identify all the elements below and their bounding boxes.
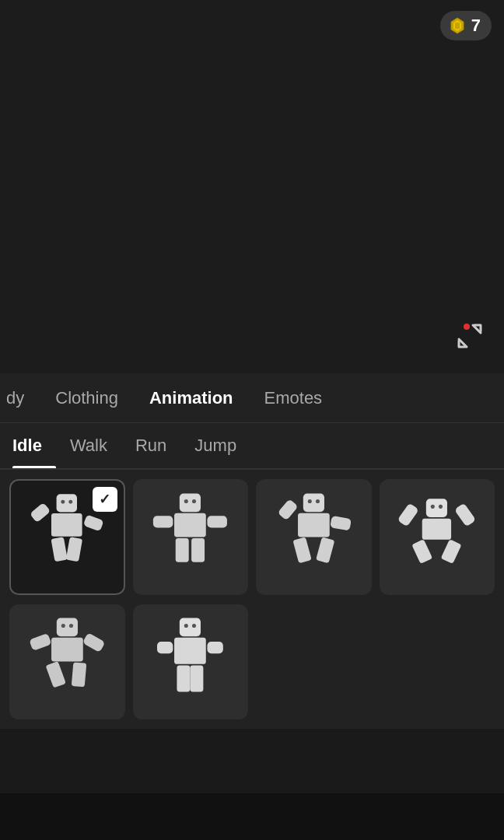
animation-item-6[interactable] (133, 604, 249, 720)
svg-rect-9 (30, 502, 51, 523)
svg-point-47 (192, 624, 196, 628)
svg-rect-42 (82, 632, 106, 653)
svg-point-22 (308, 499, 312, 503)
svg-point-23 (316, 499, 320, 503)
svg-rect-35 (412, 539, 433, 564)
svg-rect-51 (177, 666, 191, 692)
svg-point-39 (69, 624, 73, 628)
svg-rect-40 (51, 638, 83, 662)
animation-figure-2 (144, 491, 236, 583)
animation-figure-5 (21, 615, 114, 708)
svg-rect-19 (176, 538, 189, 562)
svg-rect-29 (426, 499, 447, 517)
svg-point-6 (61, 500, 65, 504)
svg-point-15 (192, 499, 196, 503)
svg-rect-33 (397, 502, 419, 527)
svg-rect-34 (454, 502, 476, 527)
svg-rect-26 (330, 516, 352, 530)
animation-item-2[interactable] (133, 479, 249, 595)
svg-rect-5 (57, 495, 77, 513)
svg-rect-32 (422, 518, 451, 539)
category-tab-animation[interactable]: Animation (134, 373, 249, 422)
animation-figure-6 (144, 615, 236, 708)
svg-rect-50 (208, 642, 223, 653)
animations-grid-row1: ✓ (0, 470, 504, 604)
svg-rect-28 (316, 537, 334, 563)
svg-rect-24 (298, 513, 330, 537)
svg-rect-45 (180, 618, 201, 637)
category-tab-clothing[interactable]: Clothing (40, 373, 134, 422)
svg-rect-37 (57, 618, 78, 637)
animation-figure-4 (390, 491, 483, 583)
anim-tab-run[interactable]: Run (121, 423, 180, 468)
svg-rect-44 (72, 663, 87, 688)
svg-rect-27 (292, 537, 311, 563)
svg-rect-18 (208, 516, 227, 527)
robux-count: 7 (471, 16, 481, 36)
svg-rect-52 (191, 666, 204, 692)
svg-rect-25 (277, 499, 298, 520)
svg-point-38 (61, 624, 65, 628)
collapse-icon (454, 320, 485, 352)
svg-point-14 (184, 499, 188, 503)
category-tabs-bar: dy Clothing Animation Emotes (0, 373, 504, 423)
svg-rect-21 (303, 493, 324, 512)
animation-item-1[interactable]: ✓ (9, 479, 125, 595)
svg-point-31 (439, 505, 443, 509)
robux-icon (448, 16, 467, 35)
svg-rect-20 (191, 538, 205, 562)
svg-rect-13 (180, 493, 201, 512)
anim-tab-jump[interactable]: Jump (180, 423, 250, 468)
svg-rect-16 (174, 513, 206, 537)
bottom-bar (0, 793, 504, 840)
animations-grid-row2 (0, 604, 504, 730)
anim-tab-walk[interactable]: Walk (56, 423, 121, 468)
animation-item-3[interactable] (256, 479, 372, 595)
animation-subtabs-bar: Idle Walk Run Jump (0, 423, 504, 470)
svg-rect-36 (441, 539, 462, 564)
svg-rect-48 (174, 638, 206, 664)
svg-rect-10 (83, 515, 104, 532)
svg-rect-49 (157, 642, 173, 653)
svg-rect-12 (66, 537, 82, 562)
anim-tab-idle[interactable]: Idle (12, 423, 56, 468)
robux-badge: 7 (440, 11, 492, 40)
game-viewport: 7 (0, 0, 504, 373)
selected-checkmark: ✓ (93, 487, 117, 512)
category-tab-emotes[interactable]: Emotes (249, 373, 338, 422)
category-tab-body[interactable]: dy (6, 373, 40, 422)
svg-point-30 (431, 505, 435, 509)
animation-item-5[interactable] (9, 604, 125, 720)
svg-point-7 (69, 500, 73, 504)
svg-rect-2 (455, 23, 460, 29)
animation-item-4[interactable] (380, 479, 495, 595)
svg-rect-41 (29, 633, 51, 651)
collapse-button[interactable] (451, 317, 488, 355)
svg-rect-17 (153, 516, 173, 527)
animation-figure-3 (268, 491, 360, 583)
svg-rect-11 (51, 537, 68, 562)
svg-point-46 (184, 624, 188, 628)
svg-rect-8 (51, 514, 82, 537)
svg-rect-43 (45, 661, 65, 688)
